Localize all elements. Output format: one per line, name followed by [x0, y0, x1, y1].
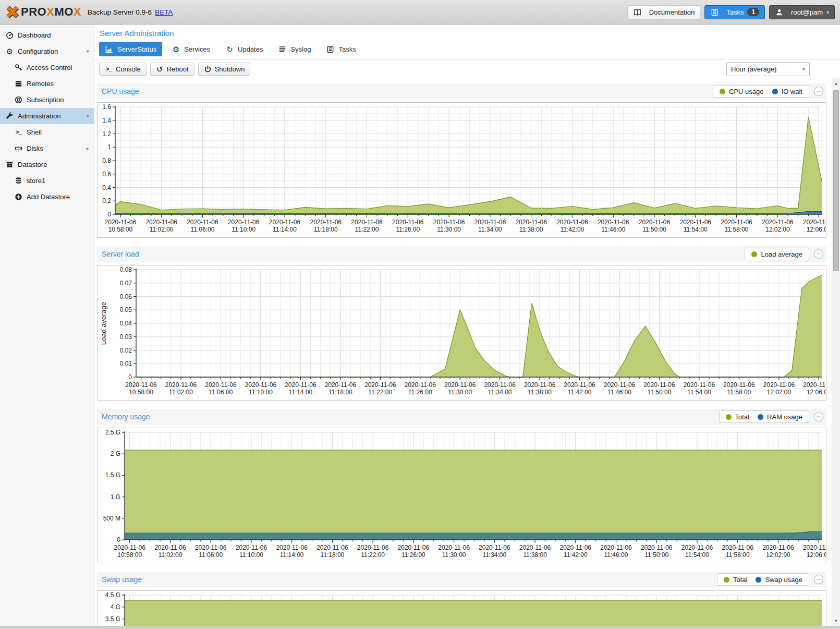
- page-title: Server Administration: [94, 25, 840, 40]
- svg-text:0.06: 0.06: [120, 293, 132, 300]
- database-icon: [14, 177, 23, 185]
- toolbar: >_Console↺RebootShutdown Hour (average) …: [94, 60, 840, 78]
- tab-updates[interactable]: ↻Updates: [220, 42, 269, 56]
- svg-text:1.4: 1.4: [102, 117, 111, 124]
- sidebar-item-shell[interactable]: >_Shell: [0, 124, 94, 140]
- svg-text:2020-11-06: 2020-11-06: [803, 544, 826, 551]
- collapse-panel-icon[interactable]: [813, 249, 824, 259]
- sidebar-item-store1[interactable]: store1: [0, 173, 94, 189]
- svg-text:11:06:00: 11:06:00: [199, 551, 223, 559]
- book-icon: [633, 8, 642, 16]
- archive-icon: [5, 161, 14, 169]
- legend-item-load-average[interactable]: Load average: [751, 250, 802, 258]
- tachometer-icon: [5, 31, 14, 40]
- button-label: Console: [116, 65, 141, 73]
- legend-item-io-wait[interactable]: IO wait: [772, 88, 802, 95]
- gears-icon: ⚙: [172, 45, 180, 53]
- chart-svg: 0500 M1 G1.5 G2 G2.5 G2020-11-0610:58:00…: [98, 428, 826, 563]
- legend-item-swap-usage[interactable]: Swap usage: [756, 576, 802, 584]
- legend-item-total[interactable]: Total: [726, 413, 749, 421]
- svg-text:1 G: 1 G: [111, 493, 120, 501]
- svg-text:12:06:00: 12:06:00: [807, 226, 826, 233]
- svg-text:2 G: 2 G: [111, 450, 120, 457]
- svg-text:11:34:00: 11:34:00: [488, 389, 512, 396]
- svg-text:500 M: 500 M: [103, 515, 120, 522]
- svg-text:Load average: Load average: [100, 302, 107, 345]
- legend-item-cpu-usage[interactable]: CPU usage: [720, 88, 763, 95]
- console-button[interactable]: >_Console: [99, 63, 147, 76]
- svg-text:2020-11-06: 2020-11-06: [519, 544, 551, 551]
- legend-dot-icon: [758, 414, 763, 420]
- sidebar-item-remotes[interactable]: Remotes: [0, 76, 94, 92]
- collapse-panel-icon[interactable]: [813, 86, 824, 96]
- tasks-label: Tasks: [726, 8, 744, 16]
- svg-text:11:10:00: 11:10:00: [239, 551, 263, 559]
- tasks-count-badge: 1: [747, 8, 759, 16]
- top-bar: PROXMOX Backup Server 0.9-6 BETA Documen…: [0, 0, 840, 25]
- sidebar-item-dashboard[interactable]: Dashboard: [0, 27, 94, 43]
- chevron-down-icon: ▾: [86, 48, 89, 55]
- svg-text:11:06:00: 11:06:00: [190, 226, 214, 233]
- terminal-icon: >_: [14, 128, 23, 137]
- legend-dot-icon: [772, 89, 778, 94]
- tasks-button[interactable]: Tasks 1: [704, 5, 765, 19]
- panel-header-cpu-usage: CPU usageCPU usageIO wait: [97, 83, 826, 99]
- sidebar-item-disks[interactable]: Disks▸: [0, 140, 94, 156]
- svg-text:11:38:00: 11:38:00: [528, 389, 552, 396]
- tab-tasks[interactable]: Tasks: [320, 42, 361, 56]
- reboot-button[interactable]: ↺Reboot: [150, 63, 194, 76]
- svg-text:2020-11-06: 2020-11-06: [639, 219, 671, 226]
- svg-text:11:26:00: 11:26:00: [396, 226, 420, 233]
- svg-text:1.2: 1.2: [102, 130, 111, 138]
- svg-text:11:14:00: 11:14:00: [280, 551, 304, 559]
- svg-text:0.08: 0.08: [120, 266, 132, 273]
- doc-lines-icon: [326, 45, 335, 53]
- refresh-icon: ↻: [225, 45, 234, 53]
- svg-text:11:46:00: 11:46:00: [607, 389, 631, 396]
- svg-text:11:26:00: 11:26:00: [408, 389, 432, 396]
- documentation-button[interactable]: Documentation: [627, 5, 700, 19]
- chevron-right-icon: ▸: [86, 145, 89, 152]
- sidebar-item-configuration[interactable]: ⚙Configuration▾: [0, 43, 94, 59]
- vertical-scrollbar[interactable]: ▲ ▼: [832, 78, 840, 626]
- svg-text:11:54:00: 11:54:00: [685, 551, 709, 559]
- scroll-up-arrow-icon[interactable]: ▲: [832, 79, 840, 88]
- svg-text:11:58:00: 11:58:00: [725, 226, 749, 233]
- chevron-down-icon: ▾: [826, 9, 829, 15]
- tab-syslog[interactable]: Syslog: [272, 42, 316, 56]
- timeframe-select[interactable]: Hour (average) ▾: [726, 62, 810, 76]
- svg-text:11:02:00: 11:02:00: [169, 389, 193, 396]
- svg-text:11:18:00: 11:18:00: [314, 226, 338, 233]
- collapse-panel-icon[interactable]: [813, 574, 824, 585]
- user-menu-button[interactable]: root@pam ▾: [769, 5, 835, 19]
- sidebar-item-subscription[interactable]: Subscription: [0, 92, 94, 108]
- sidebar-item-add-datastore[interactable]: Add Datastore: [0, 189, 94, 205]
- legend-label: Load average: [761, 250, 802, 258]
- sidebar-item-access-control[interactable]: Access Control: [0, 59, 94, 76]
- panel-swap-usage: Swap usageTotalSwap usage0500 M1 G1.5 G2…: [97, 572, 826, 626]
- svg-text:11:50:00: 11:50:00: [644, 551, 668, 559]
- legend-item-total[interactable]: Total: [724, 576, 747, 584]
- svg-text:2020-11-06: 2020-11-06: [364, 381, 396, 389]
- svg-text:11:46:00: 11:46:00: [604, 551, 628, 559]
- tab-bar: ServerStatus⚙Services↻UpdatesSyslogTasks: [94, 40, 840, 60]
- beta-link[interactable]: BETA: [155, 8, 173, 16]
- svg-text:11:22:00: 11:22:00: [355, 226, 379, 233]
- svg-text:2020-11-06: 2020-11-06: [125, 381, 157, 389]
- svg-text:2020-11-06: 2020-11-06: [195, 544, 227, 551]
- svg-text:2020-11-06: 2020-11-06: [680, 219, 712, 226]
- tab-services[interactable]: ⚙Services: [166, 42, 216, 56]
- scroll-down-arrow-icon[interactable]: ▼: [832, 616, 840, 625]
- sidebar-item-administration[interactable]: Administration▾: [0, 108, 94, 124]
- collapse-panel-icon[interactable]: [813, 412, 824, 422]
- shutdown-button[interactable]: Shutdown: [198, 63, 251, 76]
- legend-item-ram-usage[interactable]: RAM usage: [758, 413, 802, 421]
- sidebar-item-datastore[interactable]: Datastore: [0, 156, 94, 173]
- svg-text:10:58:00: 10:58:00: [117, 551, 142, 559]
- documentation-label: Documentation: [649, 8, 695, 16]
- svg-text:2020-11-06: 2020-11-06: [276, 544, 308, 551]
- svg-text:1.5 G: 1.5 G: [105, 471, 120, 479]
- tab-serverstatus[interactable]: ServerStatus: [99, 42, 162, 56]
- scrollbar-thumb[interactable]: [833, 90, 839, 271]
- timeframe-value: Hour (average): [731, 65, 776, 73]
